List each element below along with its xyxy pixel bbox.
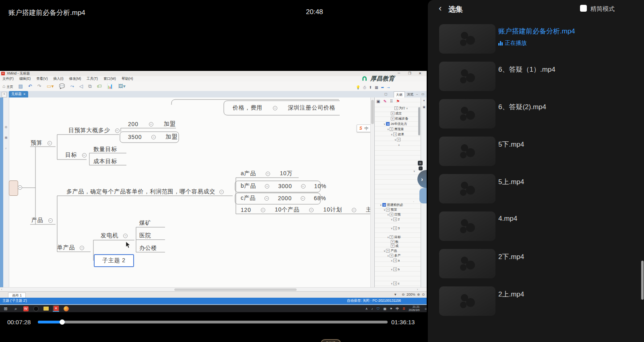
playlist-thumbnail[interactable] bbox=[439, 99, 495, 129]
playlist-thumbnail[interactable] bbox=[439, 62, 495, 91]
tab-outline: 大纲 bbox=[394, 91, 405, 98]
mindmap-connectors bbox=[0, 71, 427, 312]
image-icon: 🖼▾ bbox=[118, 83, 126, 89]
node-goal-cost: 成本目标 bbox=[93, 158, 117, 165]
home-label: 主页 bbox=[7, 85, 13, 89]
compact-mode-checkbox[interactable] bbox=[580, 5, 587, 12]
playlist-thumbnail[interactable] bbox=[439, 249, 495, 278]
current-time: 00:07:28 bbox=[7, 319, 31, 325]
netdisk-logo-icon bbox=[456, 180, 479, 198]
menu-edit: 编辑(E) bbox=[19, 77, 31, 81]
collapse-icon bbox=[266, 172, 270, 176]
zoom-level: 200% bbox=[407, 292, 415, 296]
video-frame[interactable]: ✕ XMind - 无标题 ─ ❐ ✕ 文件(F) 编辑(E) 查看(V) 插入… bbox=[0, 71, 427, 312]
markers-icon: ▤ bbox=[3, 136, 9, 139]
playlist-item-title[interactable]: 5上.mp4 bbox=[498, 177, 524, 187]
outline-item: 成交 bbox=[395, 111, 402, 116]
outline-item: 2 bbox=[398, 218, 399, 221]
playlist-item-title[interactable]: 6、答疑（1）.mp4 bbox=[498, 65, 555, 74]
outline-item: 效果 bbox=[398, 132, 404, 137]
playlist-item-title[interactable]: 6、答疑(2).mp4 bbox=[498, 102, 546, 112]
outline-item: 目标 bbox=[394, 235, 400, 239]
node-product-c: c产品 2000 68% bbox=[241, 195, 326, 202]
brand-logo: 厚昌教育 bbox=[361, 75, 394, 83]
sogou-logo-icon: S bbox=[359, 126, 362, 131]
restore-icon: ❐ bbox=[408, 71, 411, 75]
menu-modify: 修改(M) bbox=[69, 77, 81, 81]
playlist-thumbnail[interactable] bbox=[439, 211, 495, 241]
menu-help: 帮助(H) bbox=[122, 77, 133, 81]
mouse-cursor bbox=[126, 242, 130, 248]
tab-browse: 浏览 bbox=[405, 91, 415, 97]
xmind-statusbar: 主题 ('子主题 2') 自动保存: 关闭 · PC-202100131156 bbox=[0, 298, 427, 304]
outline-item: 搭建前的必 bbox=[387, 203, 403, 207]
netdisk-logo-icon bbox=[456, 68, 479, 85]
document-tab-label: 无标题 bbox=[11, 92, 22, 97]
node-goal: 目标 bbox=[65, 151, 87, 159]
quick-icons-row: 💡 ⎙ ⬆ ▦ ➦ ⭢ bbox=[356, 85, 390, 90]
skip-button[interactable]: SKIP bbox=[321, 339, 341, 342]
xmind-taskbar-icon: ✕ bbox=[53, 305, 59, 312]
playlist-item-title[interactable]: 2上.mp4 bbox=[498, 290, 524, 299]
outline-item: c bbox=[398, 282, 399, 285]
playlist-item-title[interactable]: 2下.mp4 bbox=[498, 252, 524, 261]
status-right: 自动保存: 关闭 · PC-202100131156 bbox=[347, 298, 401, 303]
zoom-in-icon: ⊕ bbox=[417, 292, 420, 296]
back-icon[interactable]: ‹ bbox=[439, 3, 442, 14]
sidebar-scrollbar[interactable] bbox=[641, 261, 644, 300]
menu-window: 窗口(W) bbox=[103, 77, 116, 81]
playlist-thumbnail[interactable] bbox=[439, 286, 495, 316]
save-icon: ▤ bbox=[19, 83, 23, 89]
total-time: 01:36:13 bbox=[391, 319, 415, 325]
node-goal-qty: 数量目标 bbox=[93, 146, 117, 153]
node-hospital: 医院 bbox=[139, 232, 151, 239]
tray-chevron-icon: ∧ bbox=[365, 307, 368, 311]
tray-sogou-icon: S bbox=[402, 307, 405, 311]
chart-icon: 📊 bbox=[107, 83, 113, 89]
playlist-item-title[interactable]: 5下.mp4 bbox=[498, 140, 524, 149]
fit-icon: ⊙ bbox=[422, 292, 425, 296]
outline-item: 预算 bbox=[390, 207, 397, 212]
print-icon: ⎙ bbox=[363, 85, 366, 90]
panel-grid-icon: ⠿ bbox=[390, 99, 393, 104]
collapse-icon bbox=[80, 246, 84, 250]
windows-taskbar: ⊞ ⌕ W ✕ ∧ ♪ 🛡 ▦ 🕪 中 S 21:21 2026/3/9 ▭ bbox=[0, 305, 427, 312]
compact-mode-label: 精简模式 bbox=[590, 5, 615, 13]
outline-item: 成 bbox=[395, 244, 398, 248]
share-icon: ➦ bbox=[381, 85, 384, 90]
outline-panel: ▣ ✎ ⠿ ⚑ T为什∧ T成交 T机械设备 ∨M26年优化方 ∨T展现量 ∨T… bbox=[374, 97, 421, 287]
menu-insert: 插入(I) bbox=[54, 77, 64, 81]
playlist-thumbnail[interactable] bbox=[439, 137, 495, 166]
playlist-thumbnail[interactable] bbox=[439, 174, 495, 203]
export-icon: ⭢ bbox=[387, 85, 390, 90]
progress-handle[interactable] bbox=[60, 319, 65, 325]
zoom-out-icon: ⊖ bbox=[402, 292, 405, 296]
playlist-thumbnail[interactable] bbox=[439, 24, 495, 54]
callout-icon: ◁ bbox=[79, 83, 83, 89]
collapse-icon bbox=[301, 184, 305, 189]
filter-icon: ▼ bbox=[394, 292, 397, 296]
tray-time: 21:21 bbox=[409, 305, 419, 309]
collapse-icon bbox=[219, 190, 224, 194]
video-title: 账户搭建前必备分析.mp4 bbox=[8, 8, 85, 17]
playlist-sidebar: ‹ 选集 精简模式 账户搭建前必备分析.mp4 正在播放 6、答疑（1）.mp4… bbox=[428, 0, 644, 342]
video-player-area[interactable]: 账户搭建前必备分析.mp4 20:48 ✕ XMind - 无标题 ─ ❐ ✕ … bbox=[0, 0, 428, 342]
collapse-icon bbox=[82, 153, 87, 158]
playlist-item-title[interactable]: 4.mp4 bbox=[498, 215, 517, 223]
netdisk-logo-icon bbox=[456, 30, 479, 48]
node-price-row: 价格，费用 深圳注册公司价格 bbox=[233, 104, 335, 112]
node-subtopic-selected: 子主题 2 bbox=[94, 254, 134, 267]
relationship-icon: ⤳ bbox=[70, 83, 74, 89]
progress-bar[interactable] bbox=[38, 321, 388, 323]
menu-tools: 工具(T) bbox=[87, 77, 98, 81]
outline-item: a bbox=[398, 259, 399, 262]
root-node bbox=[9, 180, 18, 196]
panel-min-icon: ‒ bbox=[416, 92, 418, 96]
xmind-tabbar: s 无标题 ✕ ▢ 大纲 浏览 ‒ ▭ bbox=[0, 91, 427, 97]
netdisk-logo-icon bbox=[456, 292, 479, 310]
outline-item: 26年优化方 bbox=[390, 122, 407, 126]
node-product-a: a产品 10万 bbox=[241, 170, 293, 177]
tray-defender-icon: 🛡 bbox=[377, 307, 380, 311]
minimize-icon: ─ bbox=[398, 71, 400, 75]
playlist-item-title[interactable]: 账户搭建前必备分析.mp4 bbox=[498, 27, 575, 36]
